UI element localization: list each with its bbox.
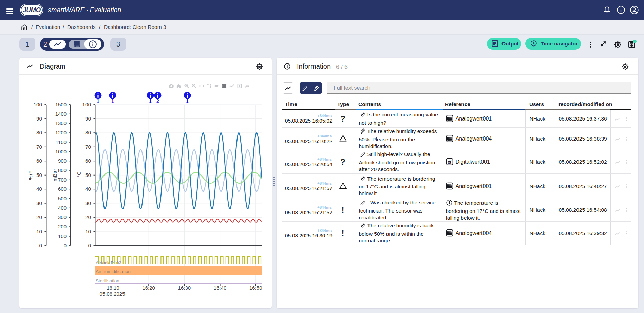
- svg-text:1300: 1300: [55, 120, 67, 126]
- svg-text:0: 0: [64, 243, 67, 248]
- svg-text:40: 40: [85, 186, 91, 192]
- svg-text:05.08.2025: 05.08.2025: [99, 291, 125, 297]
- svg-text:16:20: 16:20: [142, 285, 155, 291]
- svg-text:800: 800: [58, 167, 67, 173]
- svg-text:Airlock P102: Airlock P102: [96, 260, 121, 265]
- svg-text:20: 20: [85, 214, 91, 220]
- svg-text:10: 10: [85, 228, 91, 234]
- svg-text:900: 900: [58, 158, 67, 164]
- svg-text:70: 70: [36, 144, 42, 150]
- svg-text:500: 500: [58, 196, 67, 201]
- svg-text:1500: 1500: [55, 102, 67, 107]
- svg-text:0: 0: [88, 243, 91, 248]
- svg-text:mBar: mBar: [52, 169, 58, 181]
- svg-text:80: 80: [36, 130, 42, 135]
- svg-text:1: 1: [149, 98, 152, 104]
- svg-text:16:50: 16:50: [249, 285, 262, 291]
- svg-text:1: 1: [111, 98, 114, 104]
- svg-text:400: 400: [58, 205, 67, 211]
- svg-text:100: 100: [82, 102, 91, 107]
- svg-text:50: 50: [36, 172, 42, 178]
- svg-text:70: 70: [85, 144, 91, 150]
- svg-text:2: 2: [156, 98, 159, 104]
- svg-text:1100: 1100: [56, 139, 67, 145]
- svg-text:1000: 1000: [55, 149, 67, 154]
- svg-text:1200: 1200: [55, 130, 67, 135]
- svg-text:16:30: 16:30: [178, 285, 191, 291]
- svg-text:01: 01: [448, 161, 451, 165]
- svg-text:40: 40: [36, 186, 42, 192]
- svg-text:90: 90: [85, 116, 91, 122]
- svg-text:100: 100: [33, 102, 42, 107]
- svg-text:°C: °C: [76, 171, 82, 177]
- svg-text:Sterilisation: Sterilisation: [96, 278, 119, 283]
- svg-text:600: 600: [58, 186, 67, 192]
- svg-text:100: 100: [58, 233, 67, 239]
- svg-text:200: 200: [58, 224, 67, 229]
- svg-text:700: 700: [58, 177, 67, 183]
- svg-text:30: 30: [36, 200, 42, 206]
- svg-text:50: 50: [85, 172, 91, 178]
- svg-text:1: 1: [186, 98, 189, 104]
- svg-text:16:40: 16:40: [214, 285, 227, 291]
- svg-text:%rF: %rF: [27, 170, 33, 180]
- svg-text:30: 30: [85, 200, 91, 206]
- svg-text:60: 60: [36, 158, 42, 164]
- svg-text:1: 1: [97, 98, 99, 104]
- svg-text:10: 10: [36, 228, 42, 234]
- svg-text:60: 60: [85, 158, 91, 164]
- svg-text:Air humidification: Air humidification: [96, 269, 131, 274]
- svg-text:1400: 1400: [55, 111, 67, 117]
- svg-text:80: 80: [85, 130, 91, 135]
- svg-text:16:10: 16:10: [107, 285, 119, 291]
- svg-text:0: 0: [39, 243, 42, 248]
- svg-text:90: 90: [36, 116, 42, 122]
- svg-text:20: 20: [36, 214, 42, 220]
- svg-text:300: 300: [58, 214, 67, 220]
